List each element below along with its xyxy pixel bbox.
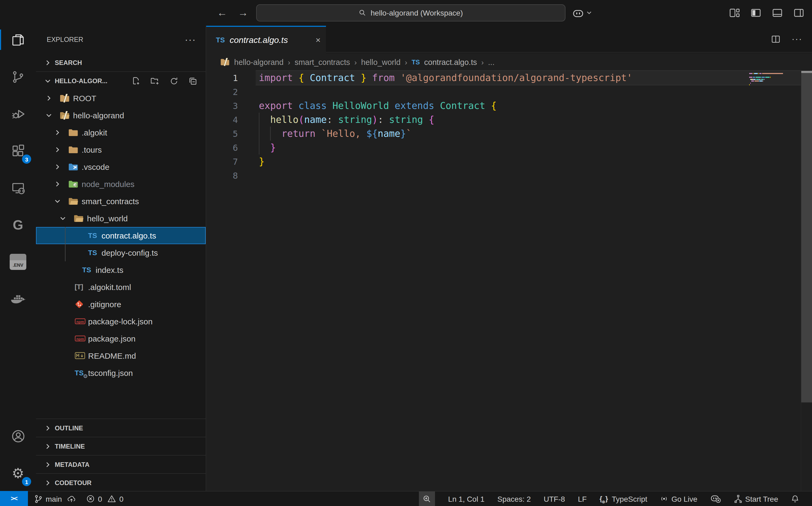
bell-icon[interactable] bbox=[791, 495, 799, 503]
typescript-file-icon: TS bbox=[412, 58, 420, 66]
svg-text:JS: JS bbox=[74, 184, 77, 186]
tree-item-.gitignore[interactable]: .gitignore bbox=[36, 296, 206, 313]
activitybar-source-control[interactable] bbox=[0, 63, 36, 91]
section-search[interactable]: SEARCH bbox=[36, 54, 206, 72]
tree-item-label: README.md bbox=[88, 351, 136, 360]
tree-item-label: index.ts bbox=[95, 265, 123, 274]
activitybar-remote-explorer[interactable] bbox=[0, 174, 36, 202]
git-branch-status[interactable]: main bbox=[34, 495, 76, 503]
activitybar-algokit[interactable]: G bbox=[0, 211, 36, 239]
tree-item-label: node_modules bbox=[82, 179, 135, 189]
customize-layout-icon[interactable] bbox=[729, 7, 740, 18]
toggle-panel-icon[interactable] bbox=[772, 7, 783, 18]
breadcrumb-item[interactable]: smart_contracts bbox=[295, 58, 350, 66]
explorer-more-actions-icon[interactable]: ··· bbox=[185, 34, 196, 45]
activitybar-explorer[interactable] bbox=[0, 26, 36, 54]
zoom-status[interactable] bbox=[419, 492, 435, 506]
tree-item-smart_contracts[interactable]: smart_contracts bbox=[36, 193, 206, 210]
breadcrumb-item[interactable]: contract.algo.ts bbox=[424, 58, 477, 66]
sidebar-bottom-sections: OUTLINE TIMELINE METADATA CODETOUR bbox=[36, 419, 206, 492]
collapse-all-icon[interactable] bbox=[189, 76, 197, 85]
tab-label: contract.algo.ts bbox=[230, 35, 288, 45]
chevron-right-icon bbox=[44, 58, 52, 67]
git-branch-icon bbox=[34, 495, 43, 503]
section-timeline[interactable]: TIMELINE bbox=[36, 437, 206, 455]
new-file-icon[interactable] bbox=[132, 76, 140, 85]
section-workspace[interactable]: HELLO-ALGOR... bbox=[36, 72, 206, 90]
activitybar-extensions[interactable]: 3 bbox=[0, 137, 36, 165]
explorer-sidebar: EXPLORER ··· SEARCH HELLO-ALGOR... bbox=[36, 26, 206, 492]
activitybar-accounts[interactable] bbox=[0, 422, 36, 450]
line-number: 7 bbox=[206, 156, 238, 167]
code-line-3[interactable]: 3export class HelloWorld extends Contrac… bbox=[206, 99, 812, 113]
activitybar-run-debug[interactable] bbox=[0, 100, 36, 128]
line-number: 1 bbox=[206, 73, 238, 83]
tree-item-index.ts[interactable]: TSindex.ts bbox=[36, 261, 206, 278]
eol-status[interactable]: LF bbox=[578, 495, 587, 503]
scrollbar-thumb[interactable] bbox=[801, 71, 812, 403]
minimap[interactable] bbox=[749, 73, 792, 88]
tab-close-icon[interactable]: × bbox=[315, 35, 320, 45]
tree-item-ROOT[interactable]: ROOT bbox=[36, 90, 206, 107]
tree-item-.tours[interactable]: .tours bbox=[36, 141, 206, 158]
indentation-status[interactable]: Spaces: 2 bbox=[497, 495, 531, 503]
code-line-1[interactable]: 1import { Contract } from '@algorandfoun… bbox=[206, 71, 812, 85]
section-outline[interactable]: OUTLINE bbox=[36, 419, 206, 437]
activitybar-settings[interactable]: ⚙ 1 bbox=[0, 459, 36, 487]
activitybar-dotenv[interactable]: .ENV bbox=[0, 248, 36, 276]
tree-item-tsconfig.json[interactable]: TS⚙tsconfig.json bbox=[36, 364, 206, 382]
command-center-search[interactable]: hello-algorand (Workspace) bbox=[256, 4, 566, 21]
encoding-status[interactable]: UTF-8 bbox=[544, 495, 565, 503]
breadcrumb-item[interactable]: hello-algorand bbox=[234, 58, 284, 66]
toggle-primary-sidebar-icon[interactable] bbox=[750, 7, 761, 18]
split-editor-icon[interactable] bbox=[771, 34, 781, 44]
toggle-secondary-sidebar-icon[interactable] bbox=[793, 7, 805, 18]
tree-item-README.md[interactable]: README.md bbox=[36, 347, 206, 364]
editor-more-actions-icon[interactable]: ··· bbox=[792, 33, 802, 44]
breadcrumb-item[interactable]: hello_world bbox=[361, 58, 400, 66]
scrollbar-track[interactable] bbox=[801, 71, 812, 492]
tree-item-.algokit[interactable]: .algokit bbox=[36, 124, 206, 141]
problems-status[interactable]: 0 0 bbox=[87, 495, 124, 503]
breadcrumb: hello-algorand › smart_contracts › hello… bbox=[206, 53, 812, 71]
tree-item-.vscode[interactable]: .vscode bbox=[36, 158, 206, 175]
section-codetour[interactable]: CODETOUR bbox=[36, 473, 206, 492]
remote-indicator[interactable]: >< bbox=[0, 491, 28, 506]
tree-item-label: tsconfig.json bbox=[88, 368, 133, 377]
folder-open-icon bbox=[74, 214, 84, 223]
tree-item-package.json[interactable]: npmpackage.json bbox=[36, 330, 206, 347]
activitybar-docker[interactable] bbox=[0, 285, 36, 313]
codetour-status[interactable]: Start Tree bbox=[734, 495, 778, 503]
npm-icon: npm bbox=[75, 335, 86, 342]
tree-item-hello_world[interactable]: hello_world bbox=[36, 210, 206, 227]
code-line-8[interactable]: 8 bbox=[206, 168, 812, 182]
code-line-4[interactable]: 4 hello(name: string): string { bbox=[206, 113, 812, 126]
root-folder-icon bbox=[220, 58, 230, 66]
go-live-status[interactable]: Go Live bbox=[660, 495, 697, 503]
nav-forward-icon[interactable]: → bbox=[238, 7, 248, 19]
code-line-5[interactable]: 5 return `Hello, ${name}` bbox=[206, 126, 812, 141]
tree-item-package-lock.json[interactable]: npmpackage-lock.json bbox=[36, 313, 206, 330]
tree-item-label: deploy-config.ts bbox=[101, 248, 158, 257]
refresh-icon[interactable] bbox=[170, 76, 178, 85]
nav-back-icon[interactable]: ← bbox=[217, 7, 227, 19]
new-folder-icon[interactable] bbox=[150, 76, 159, 85]
tree-item-hello-algorand[interactable]: hello-algorand bbox=[36, 107, 206, 124]
tree-item-node_modules[interactable]: JSnode_modules bbox=[36, 175, 206, 193]
copilot-menu[interactable] bbox=[573, 0, 592, 26]
language-status[interactable]: { }⊗ TypeScript bbox=[600, 495, 647, 503]
code-line-6[interactable]: 6 } bbox=[206, 141, 812, 155]
tree-item-deploy-config.ts[interactable]: TSdeploy-config.ts bbox=[36, 244, 206, 261]
cursor-position-status[interactable]: Ln 1, Col 1 bbox=[448, 495, 485, 503]
activity-bar: 3 G .ENV bbox=[0, 26, 36, 492]
code-editor[interactable]: 1import { Contract } from '@algorandfoun… bbox=[206, 71, 812, 492]
editor-tab[interactable]: TS contract.algo.ts × bbox=[206, 26, 326, 53]
code-line-2[interactable]: 2 bbox=[206, 85, 812, 99]
section-metadata[interactable]: METADATA bbox=[36, 455, 206, 473]
copilot-disabled-icon[interactable] bbox=[710, 494, 721, 503]
code-line-7[interactable]: 7} bbox=[206, 155, 812, 168]
tree-item-.algokit.toml[interactable]: [T].algokit.toml bbox=[36, 278, 206, 296]
tree-item-contract.algo.ts[interactable]: TScontract.algo.ts bbox=[36, 227, 206, 244]
section-codetour-label: CODETOUR bbox=[55, 479, 91, 486]
breadcrumb-item[interactable]: ... bbox=[488, 58, 495, 66]
